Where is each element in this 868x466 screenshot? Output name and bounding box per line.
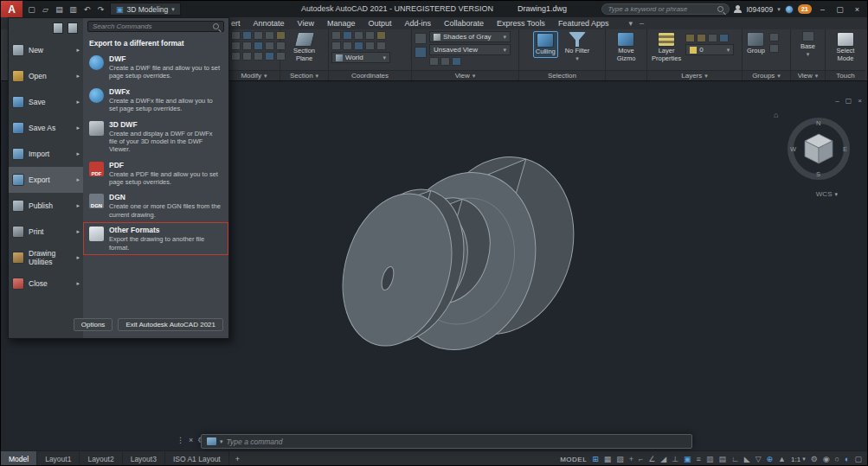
export-option-dwf[interactable]: DWF Create a DWF file and allow you to s… — [83, 51, 228, 84]
gizmo-icon[interactable]: ⊕ — [767, 455, 774, 463]
trial-clock-icon[interactable] — [785, 5, 794, 14]
menu-search-field[interactable] — [87, 21, 224, 32]
open-icon[interactable]: ▱ — [39, 5, 52, 14]
menu-item-save[interactable]: Save ▸ — [9, 89, 83, 115]
view-tool-icon[interactable] — [415, 47, 427, 58]
export-option-dgn[interactable]: DGN DGN Create one or more DGN files fro… — [83, 189, 228, 222]
panel-label-modify[interactable]: Modify▾ — [228, 70, 280, 80]
menu-item-print[interactable]: Print ▸ — [9, 219, 83, 245]
menu-item-open[interactable]: Open ▸ — [9, 63, 83, 89]
ortho-mode-icon[interactable]: ⌐ — [639, 455, 643, 463]
visual-style-dropdown[interactable]: Shades of Gray ▾ — [429, 31, 511, 42]
selection-cycling-icon[interactable]: ▤ — [718, 455, 726, 463]
search-icon[interactable] — [717, 6, 723, 12]
panel-label-groups[interactable]: Groups▾ — [743, 70, 790, 80]
notification-badge[interactable]: 21 — [798, 4, 812, 14]
tab-iso-a1-layout[interactable]: ISO A1 Layout — [165, 451, 229, 466]
layer-state-icon[interactable] — [708, 34, 717, 42]
close-button[interactable]: × — [851, 5, 864, 14]
tab-layout3[interactable]: Layout3 — [123, 451, 165, 466]
export-option-other-formats[interactable]: Other Formats Export the drawing to anot… — [83, 222, 228, 255]
chevron-down-icon[interactable]: ▾ — [777, 6, 781, 13]
tab-addins[interactable]: Add-ins — [404, 19, 431, 28]
select-mode-button[interactable]: SelectMode — [835, 31, 857, 63]
snap-mode-icon[interactable]: ▦ — [604, 455, 612, 463]
workspace-switching-icon[interactable]: ⚙ — [811, 455, 818, 463]
new-icon[interactable]: ▢ — [25, 5, 38, 14]
ribbon-tool-icon[interactable] — [254, 41, 263, 50]
annotation-visibility-icon[interactable]: ▲ — [778, 455, 786, 463]
ucs-tool-icon[interactable] — [354, 31, 363, 40]
panel-label-touch[interactable]: Touch — [826, 70, 865, 80]
menu-item-close[interactable]: Close ▸ — [9, 271, 83, 297]
export-option-3d-dwf[interactable]: 3D DWF Create and display a DWF or DWFx … — [83, 117, 228, 157]
view-tool-icon[interactable] — [440, 57, 450, 66]
menu-item-import[interactable]: Import ▸ — [9, 141, 83, 167]
ribbon-tool-icon[interactable] — [242, 52, 252, 61]
layer-state-icon[interactable] — [697, 34, 706, 42]
tab-insert[interactable]: ert — [231, 19, 241, 28]
viewcube-cube[interactable] — [800, 130, 838, 168]
menu-search-input[interactable] — [93, 22, 213, 30]
clean-screen-icon[interactable]: ▢ — [854, 455, 862, 463]
panel-label-selection[interactable]: Selection — [519, 70, 605, 80]
compass-north[interactable]: N — [816, 119, 820, 127]
ucs-tool-icon[interactable] — [354, 41, 363, 50]
menu-item-export[interactable]: Export ▸ — [9, 167, 83, 193]
panel-label-coordinates[interactable]: Coordinates — [329, 70, 411, 80]
tab-collaborate[interactable]: Collaborate — [444, 19, 484, 28]
help-search-input[interactable] — [608, 5, 717, 13]
plot-icon[interactable]: ▥ — [67, 5, 80, 14]
panel-label-layers[interactable]: Layers▾ — [647, 70, 742, 80]
ribbon-tool-icon[interactable] — [242, 31, 252, 40]
view-tool-icon[interactable] — [452, 57, 461, 66]
isometric-drafting-icon[interactable]: ◢ — [660, 455, 666, 463]
minimize-button[interactable]: – — [816, 5, 829, 14]
model-space-button[interactable]: MODEL — [560, 456, 587, 463]
ribbon-tool-icon[interactable] — [265, 31, 274, 40]
command-input[interactable] — [227, 437, 686, 446]
annotation-scale-button[interactable]: 1:1 ▾ — [791, 456, 806, 463]
undo-icon[interactable]: ↶ — [80, 5, 93, 14]
export-option-dwfx[interactable]: DWFx Create a DWFx file and allow you to… — [83, 84, 228, 117]
minimize-ribbon-icon[interactable]: – — [640, 19, 644, 28]
dynamic-input-icon[interactable]: + — [629, 455, 633, 463]
workspace-switcher[interactable]: ▣ 3D Modeling ▾ — [110, 3, 181, 16]
tab-layout2[interactable]: Layout2 — [80, 451, 122, 466]
redo-icon[interactable]: ↷ — [94, 5, 107, 14]
3d-object-snap-icon[interactable]: ∟ — [731, 455, 739, 463]
layer-properties-button[interactable]: LayerProperties — [650, 31, 683, 63]
compass-east[interactable]: E — [843, 145, 847, 153]
menu-item-new[interactable]: New ▸ — [9, 37, 83, 63]
menu-item-publish[interactable]: Publish ▸ — [9, 193, 83, 219]
drag-grip-icon[interactable]: ⋮ — [177, 436, 184, 444]
menu-item-save-as[interactable]: Save As ▸ — [9, 115, 83, 141]
ribbon-tool-icon[interactable] — [231, 52, 241, 61]
close-command-icon[interactable]: × — [189, 436, 193, 444]
minimize-icon[interactable]: – — [835, 97, 839, 105]
layer-state-icon[interactable] — [685, 34, 695, 42]
object-snap-icon[interactable]: ▣ — [684, 455, 691, 463]
options-button[interactable]: Options — [74, 318, 113, 331]
panel-label-view[interactable]: View▾ — [412, 70, 518, 80]
ucs-tool-icon[interactable] — [343, 31, 352, 40]
search-icon[interactable] — [213, 23, 219, 29]
command-line[interactable]: ▾ — [201, 434, 692, 449]
compass-south[interactable]: S — [816, 170, 820, 178]
selection-filtering-icon[interactable]: ▽ — [755, 455, 762, 463]
tab-express-tools[interactable]: Express Tools — [497, 19, 545, 28]
restore-icon[interactable]: ▢ — [845, 97, 852, 105]
dynamic-ucs-icon[interactable]: ◣ — [744, 455, 750, 463]
exit-button[interactable]: Exit Autodesk AutoCAD 2021 — [118, 318, 223, 331]
graphics-performance-icon[interactable]: ◐ — [845, 455, 849, 463]
isolate-objects-icon[interactable]: ○ — [835, 455, 839, 463]
layer-state-icon[interactable] — [719, 34, 729, 42]
group-tool-icon[interactable] — [769, 33, 779, 41]
tab-manage[interactable]: Manage — [327, 19, 356, 28]
export-option-pdf[interactable]: PDF PDF Create a PDF file and allow you … — [83, 157, 228, 190]
ribbon-tool-icon[interactable] — [265, 41, 274, 50]
tab-output[interactable]: Output — [368, 19, 391, 28]
ucs-tool-icon[interactable] — [343, 41, 352, 50]
polar-tracking-icon[interactable]: ∠ — [648, 455, 655, 463]
viewcube[interactable]: ⌂ N E S W — [782, 112, 855, 185]
